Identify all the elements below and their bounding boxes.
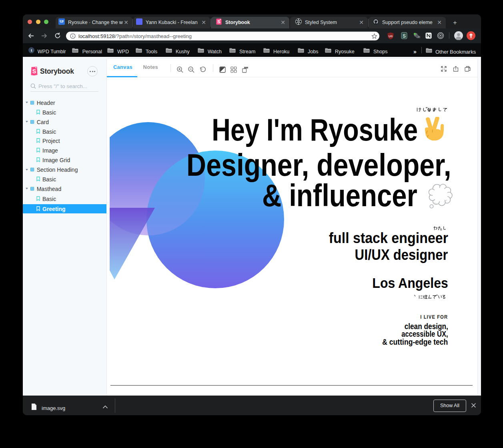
svg-text:S: S [403, 33, 406, 39]
svg-text:U0: U0 [389, 34, 393, 38]
svg-text:S: S [217, 19, 220, 24]
svg-text:JS: JS [418, 36, 421, 38]
svg-text:S: S [32, 68, 36, 74]
